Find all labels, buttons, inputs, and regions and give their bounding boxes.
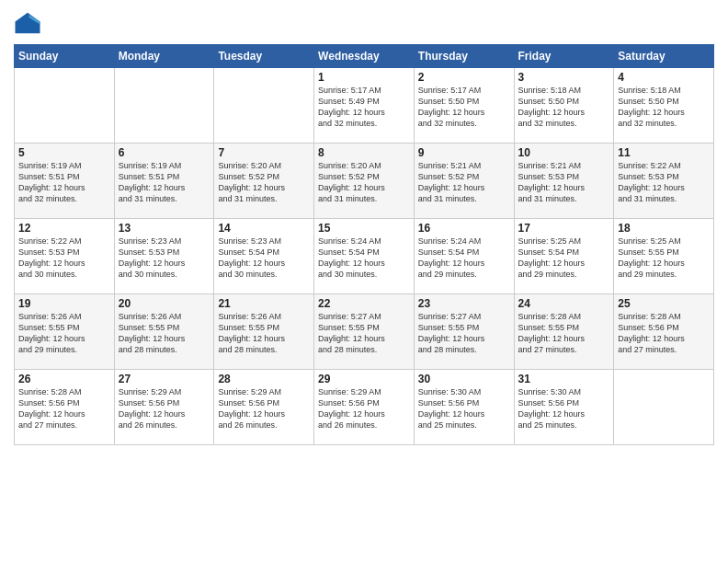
calendar-cell: 20Sunrise: 5:26 AMSunset: 5:55 PMDayligh…	[114, 294, 214, 370]
calendar-cell	[614, 370, 714, 445]
day-info: Sunrise: 5:26 AMSunset: 5:55 PMDaylight:…	[18, 311, 110, 356]
calendar-cell: 19Sunrise: 5:26 AMSunset: 5:55 PMDayligh…	[15, 294, 115, 370]
day-number: 6	[119, 146, 210, 159]
calendar-cell: 8Sunrise: 5:20 AMSunset: 5:52 PMDaylight…	[314, 144, 415, 219]
calendar-cell: 29Sunrise: 5:29 AMSunset: 5:56 PMDayligh…	[314, 370, 415, 445]
day-info: Sunrise: 5:29 AMSunset: 5:56 PMDaylight:…	[318, 386, 410, 431]
calendar-cell: 13Sunrise: 5:23 AMSunset: 5:53 PMDayligh…	[114, 219, 214, 294]
day-number: 11	[618, 146, 710, 159]
calendar-cell	[15, 68, 115, 144]
day-number: 7	[218, 146, 310, 159]
day-info: Sunrise: 5:17 AMSunset: 5:50 PMDaylight:…	[418, 85, 510, 130]
day-number: 30	[418, 373, 510, 385]
day-info: Sunrise: 5:19 AMSunset: 5:51 PMDaylight:…	[119, 160, 210, 205]
calendar-cell: 16Sunrise: 5:24 AMSunset: 5:54 PMDayligh…	[414, 219, 514, 294]
day-number: 9	[418, 146, 510, 159]
calendar-cell: 7Sunrise: 5:20 AMSunset: 5:52 PMDaylight…	[214, 144, 314, 219]
calendar-cell: 9Sunrise: 5:21 AMSunset: 5:52 PMDaylight…	[414, 144, 514, 219]
day-number: 27	[119, 373, 210, 385]
day-info: Sunrise: 5:28 AMSunset: 5:55 PMDaylight:…	[518, 311, 610, 356]
day-info: Sunrise: 5:24 AMSunset: 5:54 PMDaylight:…	[418, 236, 510, 281]
day-info: Sunrise: 5:28 AMSunset: 5:56 PMDaylight:…	[618, 311, 710, 356]
day-info: Sunrise: 5:22 AMSunset: 5:53 PMDaylight:…	[18, 236, 110, 281]
calendar-cell: 22Sunrise: 5:27 AMSunset: 5:55 PMDayligh…	[314, 294, 415, 370]
day-number: 17	[518, 222, 610, 235]
day-number: 20	[119, 297, 210, 310]
day-number: 25	[618, 297, 710, 310]
calendar-cell: 11Sunrise: 5:22 AMSunset: 5:53 PMDayligh…	[614, 144, 714, 219]
calendar-cell: 26Sunrise: 5:28 AMSunset: 5:56 PMDayligh…	[15, 370, 115, 445]
day-number: 16	[418, 222, 510, 235]
calendar-header-row: SundayMondayTuesdayWednesdayThursdayFrid…	[15, 45, 714, 68]
day-number: 13	[119, 222, 210, 235]
calendar-week-5: 26Sunrise: 5:28 AMSunset: 5:56 PMDayligh…	[15, 370, 714, 445]
day-number: 28	[218, 373, 310, 385]
calendar-cell: 1Sunrise: 5:17 AMSunset: 5:49 PMDaylight…	[314, 68, 415, 144]
day-info: Sunrise: 5:29 AMSunset: 5:56 PMDaylight:…	[119, 386, 210, 431]
calendar-cell: 17Sunrise: 5:25 AMSunset: 5:54 PMDayligh…	[514, 219, 614, 294]
calendar-cell	[114, 68, 214, 144]
calendar-cell: 12Sunrise: 5:22 AMSunset: 5:53 PMDayligh…	[15, 219, 115, 294]
day-header-sunday: Sunday	[15, 45, 115, 68]
page-container: SundayMondayTuesdayWednesdayThursdayFrid…	[0, 0, 728, 563]
logo-icon	[14, 9, 41, 37]
day-info: Sunrise: 5:20 AMSunset: 5:52 PMDaylight:…	[318, 160, 410, 205]
day-header-monday: Monday	[114, 45, 214, 68]
day-info: Sunrise: 5:30 AMSunset: 5:56 PMDaylight:…	[418, 386, 510, 431]
calendar-cell	[214, 68, 314, 144]
day-header-friday: Friday	[514, 45, 614, 68]
day-info: Sunrise: 5:29 AMSunset: 5:56 PMDaylight:…	[218, 386, 310, 431]
day-header-tuesday: Tuesday	[214, 45, 314, 68]
day-info: Sunrise: 5:19 AMSunset: 5:51 PMDaylight:…	[18, 160, 110, 205]
day-number: 8	[318, 146, 410, 159]
day-number: 21	[218, 297, 310, 310]
day-number: 15	[318, 222, 410, 235]
day-info: Sunrise: 5:27 AMSunset: 5:55 PMDaylight:…	[318, 311, 410, 356]
calendar-cell: 5Sunrise: 5:19 AMSunset: 5:51 PMDaylight…	[15, 144, 115, 219]
calendar-cell: 10Sunrise: 5:21 AMSunset: 5:53 PMDayligh…	[514, 144, 614, 219]
calendar-cell: 23Sunrise: 5:27 AMSunset: 5:55 PMDayligh…	[414, 294, 514, 370]
day-info: Sunrise: 5:22 AMSunset: 5:53 PMDaylight:…	[618, 160, 710, 205]
calendar-cell: 27Sunrise: 5:29 AMSunset: 5:56 PMDayligh…	[114, 370, 214, 445]
day-info: Sunrise: 5:23 AMSunset: 5:54 PMDaylight:…	[218, 236, 310, 281]
day-number: 31	[518, 373, 610, 385]
logo	[14, 9, 45, 37]
calendar-cell: 30Sunrise: 5:30 AMSunset: 5:56 PMDayligh…	[414, 370, 514, 445]
day-header-wednesday: Wednesday	[314, 45, 415, 68]
calendar-cell: 25Sunrise: 5:28 AMSunset: 5:56 PMDayligh…	[614, 294, 714, 370]
day-info: Sunrise: 5:21 AMSunset: 5:53 PMDaylight:…	[518, 160, 610, 205]
header	[14, 9, 714, 37]
day-number: 23	[418, 297, 510, 310]
day-info: Sunrise: 5:30 AMSunset: 5:56 PMDaylight:…	[518, 386, 610, 431]
day-info: Sunrise: 5:23 AMSunset: 5:53 PMDaylight:…	[119, 236, 210, 281]
calendar-cell: 31Sunrise: 5:30 AMSunset: 5:56 PMDayligh…	[514, 370, 614, 445]
calendar-cell: 24Sunrise: 5:28 AMSunset: 5:55 PMDayligh…	[514, 294, 614, 370]
day-info: Sunrise: 5:25 AMSunset: 5:55 PMDaylight:…	[618, 236, 710, 281]
calendar-week-1: 1Sunrise: 5:17 AMSunset: 5:49 PMDaylight…	[15, 68, 714, 144]
day-info: Sunrise: 5:18 AMSunset: 5:50 PMDaylight:…	[518, 85, 610, 130]
day-number: 18	[618, 222, 710, 235]
day-header-thursday: Thursday	[414, 45, 514, 68]
day-number: 1	[318, 71, 410, 84]
day-number: 4	[618, 71, 710, 84]
calendar-cell: 14Sunrise: 5:23 AMSunset: 5:54 PMDayligh…	[214, 219, 314, 294]
calendar-week-4: 19Sunrise: 5:26 AMSunset: 5:55 PMDayligh…	[15, 294, 714, 370]
calendar-cell: 15Sunrise: 5:24 AMSunset: 5:54 PMDayligh…	[314, 219, 415, 294]
day-info: Sunrise: 5:20 AMSunset: 5:52 PMDaylight:…	[218, 160, 310, 205]
day-header-saturday: Saturday	[614, 45, 714, 68]
calendar-week-2: 5Sunrise: 5:19 AMSunset: 5:51 PMDaylight…	[15, 144, 714, 219]
calendar-week-3: 12Sunrise: 5:22 AMSunset: 5:53 PMDayligh…	[15, 219, 714, 294]
day-info: Sunrise: 5:26 AMSunset: 5:55 PMDaylight:…	[218, 311, 310, 356]
calendar-cell: 21Sunrise: 5:26 AMSunset: 5:55 PMDayligh…	[214, 294, 314, 370]
day-number: 14	[218, 222, 310, 235]
day-info: Sunrise: 5:28 AMSunset: 5:56 PMDaylight:…	[18, 386, 110, 431]
day-number: 24	[518, 297, 610, 310]
day-info: Sunrise: 5:17 AMSunset: 5:49 PMDaylight:…	[318, 85, 410, 130]
day-number: 3	[518, 71, 610, 84]
svg-marker-0	[16, 13, 40, 34]
day-number: 10	[518, 146, 610, 159]
day-number: 22	[318, 297, 410, 310]
calendar-cell: 28Sunrise: 5:29 AMSunset: 5:56 PMDayligh…	[214, 370, 314, 445]
calendar-cell: 3Sunrise: 5:18 AMSunset: 5:50 PMDaylight…	[514, 68, 614, 144]
calendar-cell: 2Sunrise: 5:17 AMSunset: 5:50 PMDaylight…	[414, 68, 514, 144]
